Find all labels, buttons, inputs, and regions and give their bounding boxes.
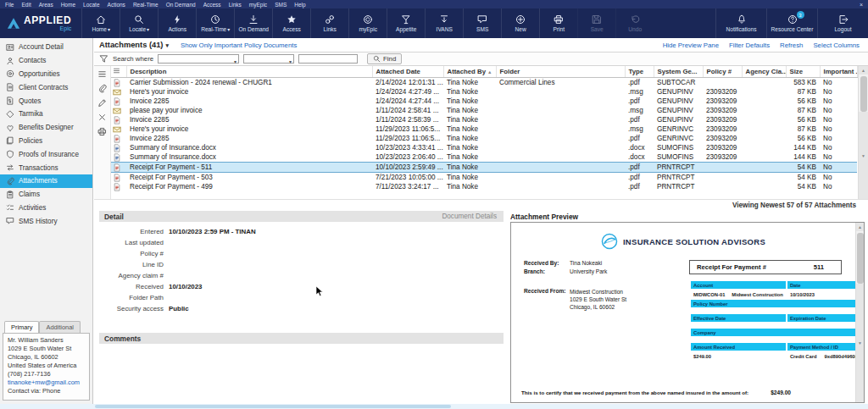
attachment-row[interactable]: Here's your invoice 1/24/2024 4:27:49 ..…	[111, 87, 857, 97]
attachment-row[interactable]: Here's your invoice 11/29/2023 11:06:5..…	[111, 124, 857, 134]
column-important[interactable]: Important ...	[820, 66, 857, 78]
scroll-down-icon[interactable]: ▼	[856, 284, 864, 402]
menu-item[interactable]: Access	[203, 2, 221, 8]
attachment-row[interactable]: Invoice 2285 1/24/2024 4:27:44 ... Tina …	[111, 97, 857, 106]
attachment-row[interactable]: Invoice 2285 1/11/2024 2:58:39 ... Tina …	[111, 115, 857, 124]
sidebar-item[interactable]: Tarmika	[0, 108, 92, 121]
scrollbar-thumb[interactable]	[860, 76, 867, 112]
header-link[interactable]: Filter Defaults	[729, 41, 770, 49]
paperclip-icon[interactable]	[97, 84, 107, 93]
horizontal-scrollbar[interactable]	[0, 404, 868, 409]
column-folder[interactable]: Folder	[496, 66, 625, 78]
toolbar-button[interactable]: myEpic	[348, 8, 387, 38]
search-operator-dropdown[interactable]	[243, 54, 294, 64]
show-important-link[interactable]: Show Only Important Policy Documents	[181, 41, 297, 49]
menu-item[interactable]: Real-Time	[133, 2, 159, 8]
header-link[interactable]: Refresh	[780, 41, 803, 49]
attachment-row[interactable]: Receipt For Payment - 503 7/21/2023 10:0…	[111, 173, 857, 183]
header-link[interactable]: Hide Preview Pane	[663, 41, 719, 49]
attachment-row[interactable]: Summary of Insurance.docx 10/23/2023 4:3…	[111, 143, 857, 152]
header-link[interactable]: Select Columns	[813, 41, 860, 49]
menu-item[interactable]: Actions	[108, 2, 125, 8]
menu-item[interactable]: Areas	[39, 2, 53, 8]
tab-document-details[interactable]: Document Details	[442, 213, 497, 220]
toolbar-button[interactable]: Locate	[120, 8, 158, 38]
grid-scrollbar[interactable]: ▲ ▼	[858, 66, 868, 199]
scroll-up-icon[interactable]: ▲	[856, 223, 864, 231]
scroll-up-icon[interactable]: ▲	[859, 66, 868, 75]
toolbar-button[interactable]: Home	[81, 8, 120, 38]
contact-email-link[interactable]: tinanoke+mw@gmail.com	[8, 379, 85, 387]
sidebar-item[interactable]: Contacts	[0, 54, 92, 68]
attachment-row[interactable]: Summary of Insurance.docx 10/23/2023 2:0…	[111, 152, 857, 163]
column-type[interactable]: Type	[625, 66, 654, 78]
toolbar-button[interactable]: SMS	[463, 8, 501, 38]
close-icon[interactable]	[860, 2, 863, 8]
toolbar-button[interactable]: Save	[577, 8, 615, 38]
column-policy[interactable]: Policy #	[703, 66, 742, 78]
menu-item[interactable]: myEpic	[249, 2, 267, 8]
toolbar-button[interactable]: Undo	[615, 8, 654, 38]
scrollbar-thumb[interactable]	[857, 233, 864, 284]
toolbar-button[interactable]: New	[501, 8, 539, 38]
sidebar-item[interactable]: Claims	[0, 188, 92, 202]
menu-item[interactable]: On Demand	[166, 2, 196, 8]
toolbar-button[interactable]: Appetite	[387, 8, 425, 38]
menu-item[interactable]: Home	[61, 2, 75, 8]
toolbar-button[interactable]: Print	[539, 8, 577, 38]
sidebar-item[interactable]: Account Detail	[0, 41, 92, 54]
sidebar-item[interactable]: Opportunities	[0, 68, 92, 81]
sidebar-item[interactable]: Client Contracts	[0, 80, 92, 94]
sidebar-item[interactable]: SMS History	[0, 214, 92, 228]
column-attached-date[interactable]: Attached Date	[372, 66, 443, 78]
grid-menu-icon[interactable]	[113, 67, 120, 75]
menu-item[interactable]: File	[5, 2, 14, 8]
toolbar-button[interactable]: Actions	[158, 8, 196, 38]
menu-item[interactable]: Edit	[21, 2, 31, 8]
scrollbar-thumb[interactable]	[95, 405, 451, 408]
column-description[interactable]: Description	[126, 66, 372, 78]
contact-tab[interactable]: Primary	[4, 321, 39, 333]
toolbar-button[interactable]: 3 Resource Center	[766, 8, 817, 38]
contact-tab[interactable]: Additional	[39, 321, 80, 333]
delete-icon[interactable]	[97, 113, 107, 122]
attachment-row[interactable]: please pay your invoice 1/11/2024 2:58:4…	[111, 106, 857, 115]
menu-item[interactable]: Links	[229, 2, 242, 8]
column-attached-by[interactable]: Attached By	[443, 66, 496, 78]
menu-item[interactable]: Help	[294, 2, 305, 8]
toolbar-button[interactable]: Links	[310, 8, 348, 38]
column-agency-claim[interactable]: Agency Cla...	[742, 66, 786, 78]
sidebar-item[interactable]: Policies	[0, 135, 92, 148]
attachment-row[interactable]: Carrier Submission - 2024 renewal - CHUG…	[111, 78, 857, 88]
attachment-row[interactable]: Invoice 2285 11/29/2023 11:06:5... Tina …	[111, 134, 857, 143]
list-icon[interactable]	[97, 69, 107, 79]
sidebar-item[interactable]: Activities	[0, 202, 92, 215]
scroll-down-icon[interactable]: ▼	[859, 112, 868, 199]
attachment-row[interactable]: Receipt For Payment - 511 10/10/2023 2:5…	[111, 163, 857, 173]
column-system-generated[interactable]: System Ge...	[654, 66, 703, 78]
toolbar-button[interactable]: IVANS	[425, 8, 463, 38]
pencil-icon[interactable]	[97, 98, 107, 108]
menu-item[interactable]: SMS	[275, 2, 287, 8]
search-field-dropdown[interactable]	[158, 54, 239, 64]
toolbar-button[interactable]: On Demand	[234, 8, 272, 38]
sidebar-item[interactable]: Quotes	[0, 94, 92, 108]
sidebar-item[interactable]: Transactions	[0, 161, 92, 174]
filter-icon[interactable]	[99, 54, 108, 64]
toolbar-button[interactable]: Access	[272, 8, 310, 38]
toolbar-button[interactable]: Notifications	[715, 8, 766, 38]
sidebar-item[interactable]: Benefits Designer	[0, 121, 92, 135]
find-button[interactable]: Find	[367, 53, 402, 64]
preview-scrollbar[interactable]: ▲ ▼	[855, 223, 864, 402]
print-icon[interactable]	[97, 127, 107, 136]
attachment-row[interactable]: Receipt For Payment - 499 7/11/2023 3:24…	[111, 182, 857, 191]
search-value-input[interactable]	[298, 54, 358, 64]
sidebar-item[interactable]: Attachments	[0, 174, 92, 188]
column-size[interactable]: Size	[786, 66, 820, 78]
sidebar-item[interactable]: Proofs of Insurance	[0, 147, 92, 161]
tab-attachment-preview[interactable]: Attachment Preview	[510, 213, 578, 221]
menu-item[interactable]: Locate	[83, 2, 100, 8]
toolbar-button[interactable]: Real-Time	[196, 8, 234, 38]
toolbar-button[interactable]: Logout	[817, 8, 868, 38]
attachments-title-dropdown[interactable]: Attachments (41)	[99, 41, 169, 49]
